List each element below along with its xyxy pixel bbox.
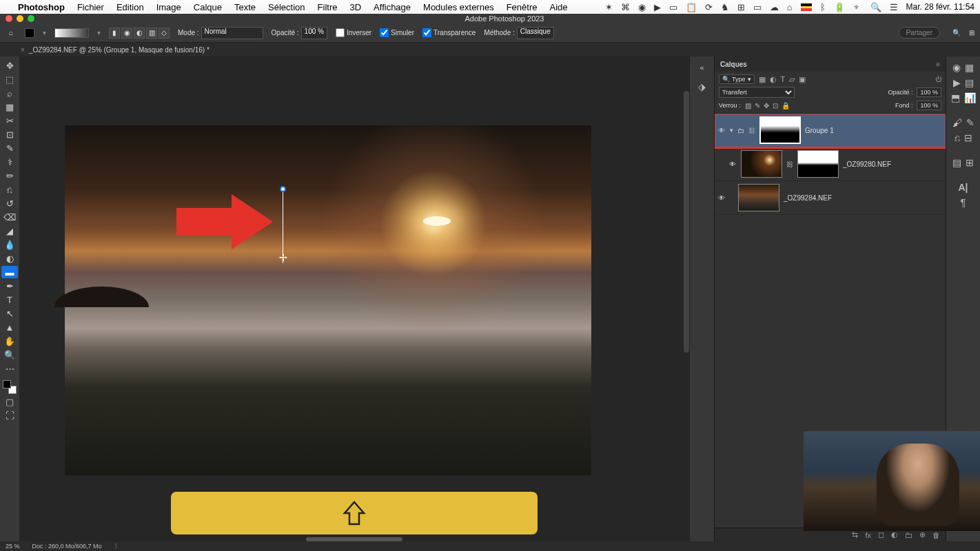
layer-name[interactable]: _OZ99284.NEF [784, 194, 832, 202]
paint-bucket-tool[interactable]: ◢ [1, 225, 18, 237]
layer-effects-button[interactable]: fx [865, 531, 871, 539]
reflected-gradient-button[interactable]: ▥ [146, 28, 157, 39]
adjustment-layer-button[interactable]: ◐ [891, 530, 898, 539]
menu-filter[interactable]: Filtre [318, 2, 338, 12]
radial-gradient-button[interactable]: ◉ [121, 28, 132, 39]
filter-toggle[interactable]: ⏻ [935, 76, 941, 83]
filter-type-icon[interactable]: T [781, 75, 786, 84]
group-disclosure[interactable]: ▾ [730, 127, 733, 134]
history-brush-tool[interactable]: ↺ [1, 197, 18, 209]
tool-presets-icon[interactable]: ⊟ [964, 132, 972, 143]
layer-thumbnail[interactable] [738, 184, 779, 211]
share-button[interactable]: Partager [899, 27, 940, 39]
linear-gradient-button[interactable]: ▮ [109, 28, 120, 39]
frame-tool[interactable]: ⊡ [1, 128, 18, 141]
mask-link-icon[interactable]: ⛓ [786, 160, 793, 168]
tray-icon[interactable]: ▶ [654, 2, 661, 12]
maximize-window-button[interactable] [28, 15, 34, 22]
tray-icon[interactable]: ⌘ [621, 2, 630, 12]
hand-tool[interactable]: ✋ [1, 335, 18, 347]
lock-position-icon[interactable]: ✥ [764, 102, 769, 110]
pen-tool[interactable]: ✒ [1, 280, 18, 292]
gradient-tool[interactable]: ▬ [1, 266, 18, 278]
new-group-button[interactable]: 🗀 [905, 531, 912, 539]
menu-edit[interactable]: Edition [116, 2, 144, 12]
diamond-gradient-button[interactable]: ◇ [159, 28, 170, 39]
visibility-toggle[interactable]: 👁 [728, 160, 737, 168]
layer-filter-type[interactable]: 🔍 Type ▾ [719, 74, 755, 84]
menubar-clock[interactable]: Mar. 28 févr. 11:54 [906, 2, 974, 12]
edit-toolbar[interactable]: ⋯ [1, 362, 18, 375]
canvas-area[interactable]: ✢ [19, 56, 689, 541]
layers-panel-icon[interactable]: ▤ [952, 157, 961, 168]
channels-panel-icon[interactable]: ⊞ [966, 157, 974, 168]
tray-icon[interactable]: ⊞ [737, 2, 745, 12]
control-center-icon[interactable]: ☰ [890, 2, 898, 12]
tray-icon[interactable]: ▭ [669, 2, 677, 12]
panel-menu-icon[interactable]: ≡ [936, 61, 940, 68]
transparency-checkbox[interactable] [422, 28, 431, 37]
actions-panel-icon[interactable]: ▶ [953, 77, 961, 88]
marquee-tool[interactable]: ⬚ [1, 73, 18, 85]
filter-adjust-icon[interactable]: ◐ [770, 75, 777, 84]
tray-icon[interactable]: ▭ [753, 2, 762, 12]
layer-fill-input[interactable]: 100 % [917, 101, 941, 110]
type-tool[interactable]: T [1, 293, 18, 306]
wifi-icon[interactable]: ᯤ [853, 2, 862, 12]
battery-icon[interactable]: 🔋 [834, 2, 845, 12]
filter-pixel-icon[interactable]: ▦ [759, 75, 766, 84]
histogram-panel-icon[interactable]: 📊 [964, 92, 976, 103]
document-canvas[interactable] [65, 125, 591, 475]
menu-window[interactable]: Fenêtre [507, 2, 538, 12]
tray-icon[interactable]: ☁ [770, 2, 779, 12]
brushes-panel-icon[interactable]: ✎ [966, 117, 974, 128]
document-tab[interactable]: _OZ99284.NEF @ 25% (Groupe 1, Masque de … [29, 46, 210, 54]
horizontal-scrollbar[interactable] [306, 537, 402, 541]
layer-mask-thumbnail[interactable] [759, 116, 801, 144]
foreground-background-colors[interactable] [3, 380, 17, 394]
bluetooth-icon[interactable]: ᛒ [820, 2, 826, 12]
paragraph-panel-icon[interactable]: ¶ [961, 197, 966, 208]
layer-opacity-input[interactable]: 100 % [917, 87, 941, 97]
tray-icon[interactable]: ◉ [638, 2, 646, 12]
filter-shape-icon[interactable]: ▱ [789, 75, 795, 84]
lock-all-icon[interactable]: 🔒 [782, 102, 790, 110]
menu-image[interactable]: Image [156, 2, 181, 12]
visibility-toggle[interactable]: 👁 [717, 127, 726, 134]
close-tab-button[interactable]: × [21, 46, 25, 54]
panel-collapse-icon[interactable]: « [700, 63, 704, 72]
clone-tool[interactable]: ⎌ [1, 183, 18, 196]
screen-mode-button[interactable]: ⛶ [1, 409, 18, 422]
adjustment-icon[interactable]: ⬗ [698, 81, 706, 92]
dodge-tool[interactable]: ◐ [1, 252, 18, 264]
swatches-panel-icon[interactable]: ▦ [965, 62, 974, 73]
eraser-tool[interactable]: ⌫ [1, 211, 18, 223]
menu-plugins[interactable]: Modules externes [423, 2, 494, 12]
blur-tool[interactable]: 💧 [1, 238, 18, 251]
method-select[interactable]: Classique [517, 27, 554, 39]
search-icon[interactable]: 🔍 [870, 2, 881, 12]
mask-link-icon[interactable]: ⛓ [748, 127, 755, 134]
lock-pixels-icon[interactable]: ✎ [755, 102, 760, 110]
gradient-preview[interactable] [54, 28, 89, 38]
clone-source-icon[interactable]: ⎌ [955, 132, 960, 143]
tray-icon[interactable]: ⟳ [705, 2, 713, 12]
delete-layer-button[interactable]: 🗑 [932, 531, 940, 539]
layer-row[interactable]: 👁 ⛓ _OZ99280.NEF [715, 147, 946, 181]
quick-mask-button[interactable]: ▢ [1, 395, 18, 408]
menu-view[interactable]: Affichage [374, 2, 411, 12]
new-layer-button[interactable]: ⊕ [919, 530, 926, 539]
link-layers-button[interactable]: ⇆ [852, 530, 858, 539]
layer-blend-mode-select[interactable]: Transfert [719, 87, 795, 98]
close-window-button[interactable] [6, 15, 12, 22]
path-select-tool[interactable]: ↖ [1, 307, 18, 320]
tray-icon[interactable]: ⌂ [787, 2, 793, 12]
layers-panel-tab[interactable]: Calques [720, 61, 747, 68]
layer-mask-thumbnail[interactable] [797, 150, 839, 178]
home-button[interactable]: ⌂ [6, 28, 17, 39]
layer-name[interactable]: Groupe 1 [805, 127, 834, 134]
layer-name[interactable]: _OZ99280.NEF [843, 160, 891, 168]
opacity-input[interactable]: 100 % [301, 27, 327, 39]
tray-icon[interactable]: 📋 [686, 2, 697, 12]
menu-file[interactable]: Fichier [77, 2, 104, 12]
